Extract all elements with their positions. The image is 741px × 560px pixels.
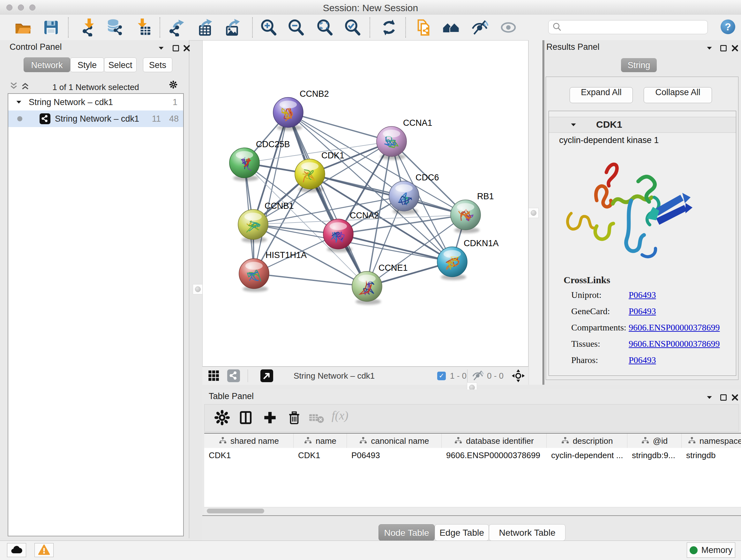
export-image-icon[interactable]	[223, 18, 241, 37]
copy-documents-icon[interactable]	[414, 18, 432, 37]
table-cell-namespace[interactable]: stringdb	[686, 448, 741, 462]
zoom-in-icon[interactable]	[259, 18, 277, 37]
network-node-CCNB2[interactable]	[273, 98, 303, 131]
network-node-CDKN1A[interactable]	[437, 247, 467, 280]
string-home-icon[interactable]	[442, 18, 460, 37]
search-input[interactable]	[562, 22, 704, 33]
crosslink-label: GeneCard:	[571, 306, 629, 316]
network-collection-row[interactable]: String Network – cdk1 1	[8, 94, 183, 111]
control-panel-close-icon[interactable]	[183, 44, 191, 52]
column-header-database-identifier[interactable]: database identifier	[442, 434, 547, 448]
left-splitter-handle[interactable]	[193, 284, 203, 294]
show-glass-icon[interactable]	[499, 18, 517, 37]
column-header-id[interactable]: @id	[627, 434, 682, 448]
table-panel-close-icon[interactable]	[731, 393, 739, 401]
network-node-CCNB1[interactable]	[238, 209, 268, 243]
collection-expand-icon[interactable]	[15, 98, 23, 106]
crosslink-link[interactable]: P06493	[629, 290, 656, 300]
protein-header-row[interactable]: CDK1	[549, 117, 736, 133]
expand-all-button[interactable]: Expand All	[569, 87, 633, 103]
hide-glass-icon[interactable]	[471, 18, 488, 37]
network-node-RB1[interactable]	[451, 200, 481, 233]
help-button[interactable]: ?	[721, 19, 735, 34]
table-cell-name[interactable]: CDK1	[298, 448, 346, 462]
collapse-all-button[interactable]: Collapse All	[644, 87, 712, 103]
open-file-icon[interactable]	[14, 18, 32, 37]
table-cell-description[interactable]: cyclin-dependent ...	[551, 448, 627, 462]
add-column-icon[interactable]	[262, 410, 278, 426]
expand-all-networks-icon[interactable]	[21, 82, 30, 91]
tab-select[interactable]: Select	[104, 57, 137, 72]
results-panel-menu-icon[interactable]	[705, 44, 714, 52]
cloud-status-button[interactable]	[7, 543, 26, 557]
detach-view-icon[interactable]	[260, 369, 273, 382]
network-node-CCNA1[interactable]	[377, 126, 407, 160]
network-row-selected[interactable]: String Network – cdk1 11 48	[8, 111, 183, 127]
network-node-CDK1[interactable]	[295, 159, 325, 192]
crosslink-link[interactable]: P06493	[629, 355, 656, 365]
import-network-icon[interactable]	[78, 18, 96, 37]
zoom-out-icon[interactable]	[287, 18, 305, 37]
table-cell-id[interactable]: stringdb:9...	[632, 448, 681, 462]
delete-column-icon[interactable]	[286, 410, 302, 426]
warning-status-button[interactable]	[35, 543, 54, 557]
memory-button[interactable]: Memory	[687, 543, 735, 558]
apply-layout-icon[interactable]	[380, 18, 398, 37]
table-cell-shared-name[interactable]: CDK1	[209, 448, 293, 462]
control-panel-menu-icon[interactable]	[157, 44, 165, 52]
network-node-CCNA2[interactable]	[323, 219, 353, 252]
tab-string[interactable]: String	[621, 58, 657, 72]
column-header-canonical-name[interactable]: canonical name	[347, 434, 442, 448]
grid-view-icon[interactable]	[207, 369, 220, 382]
right-splitter-handle[interactable]	[529, 208, 539, 218]
tab-network-table[interactable]: Network Table	[489, 524, 565, 541]
export-network-icon[interactable]	[167, 18, 185, 37]
network-node-CDC6[interactable]	[389, 181, 419, 214]
birdseye-navigator-icon[interactable]	[511, 369, 525, 383]
tab-network[interactable]: Network	[23, 57, 70, 72]
column-header-shared-name[interactable]: shared name	[204, 434, 293, 448]
network-edge[interactable]	[310, 174, 466, 215]
table-panel-float-icon[interactable]	[719, 393, 728, 401]
tab-edge-table[interactable]: Edge Table	[434, 524, 489, 541]
network-node-HIST1H1A[interactable]	[239, 259, 269, 292]
table-options-gear-icon[interactable]	[214, 410, 230, 426]
network-edge[interactable]	[254, 273, 367, 287]
control-panel-float-icon[interactable]	[172, 44, 180, 52]
results-panel-float-icon[interactable]	[719, 44, 728, 52]
import-table-icon[interactable]	[135, 18, 152, 37]
import-network-from-database-icon[interactable]	[106, 18, 124, 37]
table-cell-canonical-name[interactable]: P06493	[351, 448, 441, 462]
table-cell-database-identifier[interactable]: 9606.ENSP00000378699	[446, 448, 546, 462]
collapse-all-networks-icon[interactable]	[10, 82, 19, 91]
network-node-CDC25B[interactable]	[229, 148, 259, 181]
hidden-node-edge-counts: 0 - 0	[487, 371, 503, 381]
toolbar-separator	[252, 17, 253, 38]
show-columns-icon[interactable]	[238, 410, 254, 426]
protein-collapse-icon[interactable]	[569, 121, 578, 129]
table-horizontal-scrollbar[interactable]	[204, 507, 741, 515]
column-header-name[interactable]: name	[293, 434, 347, 448]
column-header-namespace[interactable]: namespace	[682, 434, 741, 448]
tab-style[interactable]: Style	[70, 57, 104, 72]
selected-checkbox-icon[interactable]: ✓	[437, 372, 446, 380]
crosslink-link[interactable]: P06493	[629, 306, 656, 316]
export-table-icon[interactable]	[195, 18, 213, 37]
tab-node-table[interactable]: Node Table	[379, 524, 434, 541]
crosslink-link[interactable]: 9606.ENSP00000378699	[629, 322, 720, 332]
network-node-CCNE1[interactable]	[352, 271, 382, 305]
network-view-icon[interactable]	[227, 369, 240, 382]
results-panel-close-icon[interactable]	[731, 44, 739, 52]
zoom-fit-content-icon[interactable]	[316, 18, 333, 37]
network-options-gear-icon[interactable]	[169, 80, 181, 92]
column-header-description[interactable]: description	[547, 434, 627, 448]
network-edge[interactable]	[254, 112, 288, 273]
tab-sets[interactable]: Sets	[143, 57, 172, 72]
save-session-icon[interactable]	[42, 18, 60, 37]
table-panel-menu-icon[interactable]	[705, 393, 714, 401]
scrollbar-thumb[interactable]	[207, 509, 264, 513]
crosslink-link[interactable]: 9606.ENSP00000378699	[629, 339, 720, 349]
zoom-selected-icon[interactable]	[343, 18, 361, 37]
network-edge[interactable]	[288, 112, 367, 287]
column-header-label: database identifier	[466, 436, 534, 446]
